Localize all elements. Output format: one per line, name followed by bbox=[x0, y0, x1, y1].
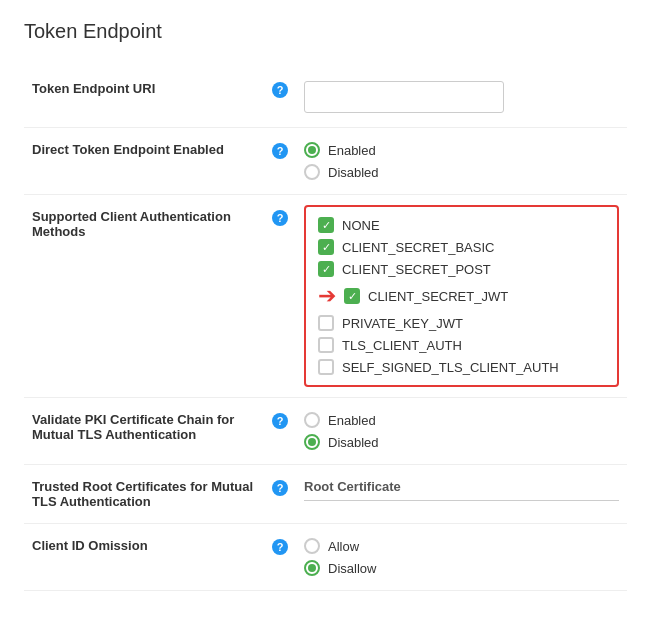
auth-client-secret-basic-label: CLIENT_SECRET_BASIC bbox=[342, 240, 494, 255]
auth-methods-checkboxes: NONE CLIENT_SECRET_BASIC CLIENT_SECRET_P… bbox=[318, 217, 605, 375]
client-id-omission-help-icon[interactable]: ? bbox=[272, 539, 288, 555]
token-endpoint-uri-label: Token Endpoint URI bbox=[24, 67, 264, 128]
auth-self-signed-option[interactable]: SELF_SIGNED_TLS_CLIENT_AUTH bbox=[318, 359, 605, 375]
direct-token-help-icon[interactable]: ? bbox=[272, 143, 288, 159]
validate-pki-enabled-radio[interactable] bbox=[304, 412, 320, 428]
client-id-omission-options: Allow Disallow bbox=[304, 538, 619, 576]
trusted-root-certs-label: Trusted Root Certificates for Mutual TLS… bbox=[24, 465, 264, 524]
auth-none-label: NONE bbox=[342, 218, 380, 233]
auth-methods-help-icon[interactable]: ? bbox=[272, 210, 288, 226]
client-id-disallow-label: Disallow bbox=[328, 561, 376, 576]
auth-private-key-jwt-checkbox[interactable] bbox=[318, 315, 334, 331]
direct-token-disabled-option[interactable]: Disabled bbox=[304, 164, 619, 180]
auth-private-key-jwt-option[interactable]: PRIVATE_KEY_JWT bbox=[318, 315, 605, 331]
direct-token-options: Enabled Disabled bbox=[304, 142, 619, 180]
client-id-disallow-option[interactable]: Disallow bbox=[304, 560, 619, 576]
auth-client-secret-jwt-checkbox[interactable] bbox=[344, 288, 360, 304]
auth-client-secret-jwt-option[interactable]: CLIENT_SECRET_JWT bbox=[344, 288, 508, 304]
validate-pki-disabled-radio[interactable] bbox=[304, 434, 320, 450]
validate-pki-disabled-label: Disabled bbox=[328, 435, 379, 450]
auth-tls-client-auth-option[interactable]: TLS_CLIENT_AUTH bbox=[318, 337, 605, 353]
auth-client-secret-jwt-label: CLIENT_SECRET_JWT bbox=[368, 289, 508, 304]
client-id-allow-option[interactable]: Allow bbox=[304, 538, 619, 554]
auth-client-secret-post-checkbox[interactable] bbox=[318, 261, 334, 277]
direct-token-label: Direct Token Endpoint Enabled bbox=[24, 128, 264, 195]
auth-self-signed-label: SELF_SIGNED_TLS_CLIENT_AUTH bbox=[342, 360, 559, 375]
client-id-disallow-radio[interactable] bbox=[304, 560, 320, 576]
direct-token-enabled-radio[interactable] bbox=[304, 142, 320, 158]
token-endpoint-uri-input[interactable] bbox=[304, 81, 504, 113]
client-id-omission-label: Client ID Omission bbox=[24, 524, 264, 591]
validate-pki-help-icon[interactable]: ? bbox=[272, 413, 288, 429]
validate-pki-label: Validate PKI Certificate Chain for Mutua… bbox=[24, 398, 264, 465]
auth-tls-client-auth-label: TLS_CLIENT_AUTH bbox=[342, 338, 462, 353]
token-endpoint-uri-help-icon[interactable]: ? bbox=[272, 82, 288, 98]
client-id-allow-radio[interactable] bbox=[304, 538, 320, 554]
highlight-arrow-icon: ➔ bbox=[318, 283, 336, 309]
direct-token-enabled-label: Enabled bbox=[328, 143, 376, 158]
direct-token-enabled-option[interactable]: Enabled bbox=[304, 142, 619, 158]
auth-client-secret-post-option[interactable]: CLIENT_SECRET_POST bbox=[318, 261, 605, 277]
auth-none-checkbox[interactable] bbox=[318, 217, 334, 233]
page-title: Token Endpoint bbox=[24, 20, 627, 43]
auth-client-secret-post-label: CLIENT_SECRET_POST bbox=[342, 262, 491, 277]
auth-client-secret-basic-checkbox[interactable] bbox=[318, 239, 334, 255]
auth-methods-box: NONE CLIENT_SECRET_BASIC CLIENT_SECRET_P… bbox=[304, 205, 619, 387]
validate-pki-enabled-label: Enabled bbox=[328, 413, 376, 428]
auth-private-key-jwt-label: PRIVATE_KEY_JWT bbox=[342, 316, 463, 331]
auth-tls-client-auth-checkbox[interactable] bbox=[318, 337, 334, 353]
auth-client-secret-basic-option[interactable]: CLIENT_SECRET_BASIC bbox=[318, 239, 605, 255]
auth-self-signed-checkbox[interactable] bbox=[318, 359, 334, 375]
auth-methods-label: Supported Client Authentication Methods bbox=[24, 195, 264, 398]
client-id-allow-label: Allow bbox=[328, 539, 359, 554]
validate-pki-options: Enabled Disabled bbox=[304, 412, 619, 450]
trusted-root-certs-help-icon[interactable]: ? bbox=[272, 480, 288, 496]
auth-none-option[interactable]: NONE bbox=[318, 217, 605, 233]
validate-pki-enabled-option[interactable]: Enabled bbox=[304, 412, 619, 428]
validate-pki-disabled-option[interactable]: Disabled bbox=[304, 434, 619, 450]
root-certificate-section-label: Root Certificate bbox=[304, 479, 619, 501]
direct-token-disabled-radio[interactable] bbox=[304, 164, 320, 180]
direct-token-disabled-label: Disabled bbox=[328, 165, 379, 180]
